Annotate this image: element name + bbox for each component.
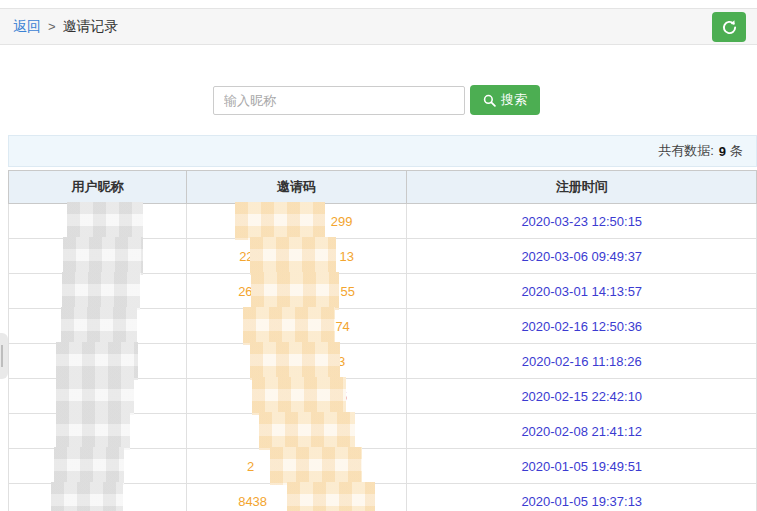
register-time-cell: 2020-02-16 12:50:36 — [407, 309, 756, 343]
invite-code-suffix: 13 — [340, 249, 354, 264]
invite-records-table: 共有数据:9条 用户昵称 邀请码 注册时间 299 2020-03-23 12:… — [8, 135, 757, 511]
register-time-cell: 2020-03-06 09:49:37 — [407, 239, 756, 273]
nickname-redaction-mosaic — [61, 307, 137, 345]
register-time-cell: 2020-02-15 22:42:10 — [407, 379, 756, 413]
invite-code-prefix: 2 — [247, 459, 254, 474]
register-time-cell: 2020-02-16 11:18:26 — [407, 344, 756, 378]
invite-code-redaction-mosaic — [250, 237, 336, 275]
nickname-cell — [9, 309, 187, 343]
table-row: 26 55 2020-03-01 14:13:57 — [9, 274, 756, 309]
nickname-redaction-mosaic — [63, 237, 143, 275]
invite-code-redaction-mosaic — [252, 377, 346, 415]
invite-code-prefix: 8438 — [238, 494, 267, 509]
column-header-register-time: 注册时间 — [407, 171, 756, 203]
column-header-nickname: 用户昵称 — [9, 171, 187, 203]
nickname-cell — [9, 274, 187, 308]
invite-code-suffix: 299 — [331, 214, 353, 229]
invite-code-redaction-mosaic — [259, 412, 355, 450]
nickname-cell — [9, 344, 187, 378]
table-row: 3 2020-02-16 11:18:26 — [9, 344, 756, 379]
invite-code-cell — [187, 414, 408, 448]
table-body: 299 2020-03-23 12:50:15 22 13 2020-03-06… — [8, 204, 757, 511]
table-row: 74 2020-02-16 12:50:36 — [9, 309, 756, 344]
register-time-cell: 2020-03-23 12:50:15 — [407, 204, 756, 238]
search-button[interactable]: 搜索 — [470, 85, 540, 115]
nickname-redaction-mosaic — [56, 342, 138, 380]
table-row: 2 2020-01-05 19:49:51 — [9, 449, 756, 484]
register-time-cell: 2020-02-08 21:41:12 — [407, 414, 756, 448]
invite-code-suffix: 55 — [341, 284, 355, 299]
table-row: 5 2020-02-15 22:42:10 — [9, 379, 756, 414]
total-count-value: 9 — [719, 144, 726, 159]
invite-code-redaction-mosaic — [251, 272, 339, 310]
nickname-cell — [9, 449, 187, 483]
refresh-icon — [721, 19, 738, 36]
invite-code-cell: 74 — [187, 309, 408, 343]
table-row: 299 2020-03-23 12:50:15 — [9, 204, 756, 239]
invite-code-redaction-mosaic — [287, 482, 375, 511]
column-header-invite-code: 邀请码 — [187, 171, 408, 203]
invite-code-cell: 8438 — [187, 484, 408, 511]
invite-code-cell: 2 — [187, 449, 408, 483]
nickname-search-input[interactable] — [213, 86, 465, 115]
invite-code-suffix: 74 — [335, 319, 349, 334]
nickname-cell — [9, 414, 187, 448]
invite-code-cell: 26 55 — [187, 274, 408, 308]
invite-code-cell: 299 — [187, 204, 408, 238]
breadcrumb-separator: > — [48, 19, 56, 34]
breadcrumb-bar: 返回 > 邀请记录 — [0, 8, 757, 45]
nickname-redaction-mosaic — [56, 377, 134, 415]
invite-code-redaction-mosaic — [250, 342, 340, 380]
invite-code-redaction-mosaic — [243, 307, 335, 345]
page: 返回 > 邀请记录 搜索 共有数据:9条 用户昵称 邀请码 注册时间 — [0, 0, 757, 511]
nickname-cell — [9, 239, 187, 273]
invite-code-redaction-mosaic — [270, 447, 362, 485]
table-row: 8438 2020-01-05 19:37:13 — [9, 484, 756, 511]
invite-code-cell: 3 — [187, 344, 408, 378]
nickname-redaction-mosaic — [62, 272, 140, 310]
back-link[interactable]: 返回 — [13, 18, 41, 36]
nickname-cell — [9, 204, 187, 238]
register-time-cell: 2020-01-05 19:49:51 — [407, 449, 756, 483]
nickname-redaction-mosaic — [67, 202, 143, 240]
nickname-redaction-mosaic — [54, 447, 124, 485]
total-count-bar: 共有数据:9条 — [8, 135, 757, 167]
drawer-handle[interactable] — [0, 333, 8, 379]
invite-code-redaction-mosaic — [235, 202, 325, 240]
total-count-label: 共有数据: — [658, 142, 714, 160]
nickname-redaction-mosaic — [51, 482, 123, 511]
nickname-cell — [9, 379, 187, 413]
nickname-redaction-mosaic — [56, 412, 130, 450]
total-count-unit: 条 — [730, 142, 743, 160]
search-button-label: 搜索 — [501, 91, 527, 109]
page-title: 邀请记录 — [63, 18, 119, 36]
invite-code-cell: 5 — [187, 379, 408, 413]
invite-code-cell: 22 13 — [187, 239, 408, 273]
register-time-cell: 2020-03-01 14:13:57 — [407, 274, 756, 308]
refresh-button[interactable] — [712, 12, 746, 42]
table-row: 2020-02-08 21:41:12 — [9, 414, 756, 449]
table-row: 22 13 2020-03-06 09:49:37 — [9, 239, 756, 274]
register-time-cell: 2020-01-05 19:37:13 — [407, 484, 756, 511]
search-icon — [483, 94, 496, 107]
nickname-cell — [9, 484, 187, 511]
table-header-row: 用户昵称 邀请码 注册时间 — [8, 170, 757, 204]
